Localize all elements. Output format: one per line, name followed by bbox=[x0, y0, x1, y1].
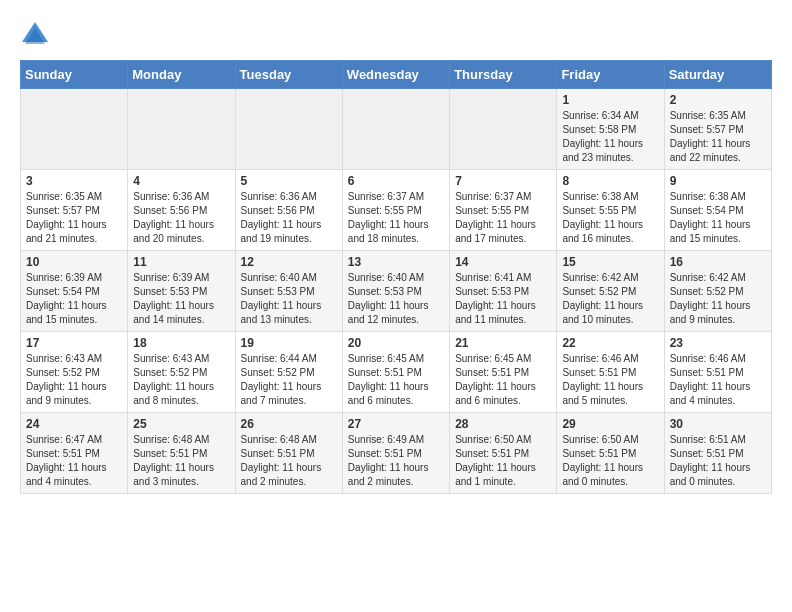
calendar-cell: 30Sunrise: 6:51 AM Sunset: 5:51 PM Dayli… bbox=[664, 413, 771, 494]
calendar-cell: 29Sunrise: 6:50 AM Sunset: 5:51 PM Dayli… bbox=[557, 413, 664, 494]
day-number: 12 bbox=[241, 255, 337, 269]
day-number: 21 bbox=[455, 336, 551, 350]
weekday-row: SundayMondayTuesdayWednesdayThursdayFrid… bbox=[21, 61, 772, 89]
day-info: Sunrise: 6:49 AM Sunset: 5:51 PM Dayligh… bbox=[348, 433, 444, 489]
day-number: 27 bbox=[348, 417, 444, 431]
calendar-cell bbox=[450, 89, 557, 170]
day-info: Sunrise: 6:38 AM Sunset: 5:55 PM Dayligh… bbox=[562, 190, 658, 246]
calendar-cell: 5Sunrise: 6:36 AM Sunset: 5:56 PM Daylig… bbox=[235, 170, 342, 251]
day-number: 5 bbox=[241, 174, 337, 188]
calendar-cell: 19Sunrise: 6:44 AM Sunset: 5:52 PM Dayli… bbox=[235, 332, 342, 413]
calendar-header: SundayMondayTuesdayWednesdayThursdayFrid… bbox=[21, 61, 772, 89]
calendar-cell: 11Sunrise: 6:39 AM Sunset: 5:53 PM Dayli… bbox=[128, 251, 235, 332]
day-info: Sunrise: 6:35 AM Sunset: 5:57 PM Dayligh… bbox=[670, 109, 766, 165]
day-number: 3 bbox=[26, 174, 122, 188]
calendar-body: 1Sunrise: 6:34 AM Sunset: 5:58 PM Daylig… bbox=[21, 89, 772, 494]
weekday-header-sunday: Sunday bbox=[21, 61, 128, 89]
day-number: 2 bbox=[670, 93, 766, 107]
day-number: 30 bbox=[670, 417, 766, 431]
day-number: 6 bbox=[348, 174, 444, 188]
calendar-table: SundayMondayTuesdayWednesdayThursdayFrid… bbox=[20, 60, 772, 494]
logo-icon bbox=[20, 20, 50, 50]
day-info: Sunrise: 6:43 AM Sunset: 5:52 PM Dayligh… bbox=[26, 352, 122, 408]
day-number: 29 bbox=[562, 417, 658, 431]
week-row-1: 1Sunrise: 6:34 AM Sunset: 5:58 PM Daylig… bbox=[21, 89, 772, 170]
day-info: Sunrise: 6:45 AM Sunset: 5:51 PM Dayligh… bbox=[455, 352, 551, 408]
day-info: Sunrise: 6:42 AM Sunset: 5:52 PM Dayligh… bbox=[562, 271, 658, 327]
day-info: Sunrise: 6:47 AM Sunset: 5:51 PM Dayligh… bbox=[26, 433, 122, 489]
day-info: Sunrise: 6:39 AM Sunset: 5:54 PM Dayligh… bbox=[26, 271, 122, 327]
calendar-cell: 6Sunrise: 6:37 AM Sunset: 5:55 PM Daylig… bbox=[342, 170, 449, 251]
day-number: 19 bbox=[241, 336, 337, 350]
calendar-cell: 24Sunrise: 6:47 AM Sunset: 5:51 PM Dayli… bbox=[21, 413, 128, 494]
day-info: Sunrise: 6:41 AM Sunset: 5:53 PM Dayligh… bbox=[455, 271, 551, 327]
calendar-cell: 22Sunrise: 6:46 AM Sunset: 5:51 PM Dayli… bbox=[557, 332, 664, 413]
day-info: Sunrise: 6:36 AM Sunset: 5:56 PM Dayligh… bbox=[241, 190, 337, 246]
calendar-cell: 8Sunrise: 6:38 AM Sunset: 5:55 PM Daylig… bbox=[557, 170, 664, 251]
calendar-cell: 21Sunrise: 6:45 AM Sunset: 5:51 PM Dayli… bbox=[450, 332, 557, 413]
calendar-cell: 26Sunrise: 6:48 AM Sunset: 5:51 PM Dayli… bbox=[235, 413, 342, 494]
day-info: Sunrise: 6:48 AM Sunset: 5:51 PM Dayligh… bbox=[241, 433, 337, 489]
day-number: 22 bbox=[562, 336, 658, 350]
calendar-cell bbox=[342, 89, 449, 170]
day-info: Sunrise: 6:45 AM Sunset: 5:51 PM Dayligh… bbox=[348, 352, 444, 408]
day-number: 17 bbox=[26, 336, 122, 350]
day-info: Sunrise: 6:51 AM Sunset: 5:51 PM Dayligh… bbox=[670, 433, 766, 489]
day-info: Sunrise: 6:35 AM Sunset: 5:57 PM Dayligh… bbox=[26, 190, 122, 246]
calendar-cell bbox=[128, 89, 235, 170]
calendar-cell: 15Sunrise: 6:42 AM Sunset: 5:52 PM Dayli… bbox=[557, 251, 664, 332]
day-info: Sunrise: 6:37 AM Sunset: 5:55 PM Dayligh… bbox=[455, 190, 551, 246]
calendar-cell: 1Sunrise: 6:34 AM Sunset: 5:58 PM Daylig… bbox=[557, 89, 664, 170]
day-number: 13 bbox=[348, 255, 444, 269]
day-info: Sunrise: 6:50 AM Sunset: 5:51 PM Dayligh… bbox=[455, 433, 551, 489]
calendar-cell: 7Sunrise: 6:37 AM Sunset: 5:55 PM Daylig… bbox=[450, 170, 557, 251]
day-number: 25 bbox=[133, 417, 229, 431]
calendar-cell: 9Sunrise: 6:38 AM Sunset: 5:54 PM Daylig… bbox=[664, 170, 771, 251]
day-number: 4 bbox=[133, 174, 229, 188]
day-info: Sunrise: 6:36 AM Sunset: 5:56 PM Dayligh… bbox=[133, 190, 229, 246]
calendar-cell bbox=[21, 89, 128, 170]
day-info: Sunrise: 6:40 AM Sunset: 5:53 PM Dayligh… bbox=[348, 271, 444, 327]
day-info: Sunrise: 6:34 AM Sunset: 5:58 PM Dayligh… bbox=[562, 109, 658, 165]
calendar-cell: 23Sunrise: 6:46 AM Sunset: 5:51 PM Dayli… bbox=[664, 332, 771, 413]
day-number: 8 bbox=[562, 174, 658, 188]
day-number: 14 bbox=[455, 255, 551, 269]
week-row-5: 24Sunrise: 6:47 AM Sunset: 5:51 PM Dayli… bbox=[21, 413, 772, 494]
day-number: 23 bbox=[670, 336, 766, 350]
day-number: 7 bbox=[455, 174, 551, 188]
day-info: Sunrise: 6:50 AM Sunset: 5:51 PM Dayligh… bbox=[562, 433, 658, 489]
calendar-cell: 18Sunrise: 6:43 AM Sunset: 5:52 PM Dayli… bbox=[128, 332, 235, 413]
calendar-cell: 27Sunrise: 6:49 AM Sunset: 5:51 PM Dayli… bbox=[342, 413, 449, 494]
day-number: 10 bbox=[26, 255, 122, 269]
day-number: 1 bbox=[562, 93, 658, 107]
day-number: 24 bbox=[26, 417, 122, 431]
day-info: Sunrise: 6:37 AM Sunset: 5:55 PM Dayligh… bbox=[348, 190, 444, 246]
calendar-cell: 13Sunrise: 6:40 AM Sunset: 5:53 PM Dayli… bbox=[342, 251, 449, 332]
calendar-cell bbox=[235, 89, 342, 170]
day-number: 16 bbox=[670, 255, 766, 269]
day-info: Sunrise: 6:48 AM Sunset: 5:51 PM Dayligh… bbox=[133, 433, 229, 489]
calendar-cell: 25Sunrise: 6:48 AM Sunset: 5:51 PM Dayli… bbox=[128, 413, 235, 494]
day-info: Sunrise: 6:42 AM Sunset: 5:52 PM Dayligh… bbox=[670, 271, 766, 327]
weekday-header-friday: Friday bbox=[557, 61, 664, 89]
day-number: 20 bbox=[348, 336, 444, 350]
weekday-header-saturday: Saturday bbox=[664, 61, 771, 89]
calendar-cell: 4Sunrise: 6:36 AM Sunset: 5:56 PM Daylig… bbox=[128, 170, 235, 251]
weekday-header-monday: Monday bbox=[128, 61, 235, 89]
weekday-header-tuesday: Tuesday bbox=[235, 61, 342, 89]
day-info: Sunrise: 6:44 AM Sunset: 5:52 PM Dayligh… bbox=[241, 352, 337, 408]
day-info: Sunrise: 6:46 AM Sunset: 5:51 PM Dayligh… bbox=[562, 352, 658, 408]
calendar-cell: 17Sunrise: 6:43 AM Sunset: 5:52 PM Dayli… bbox=[21, 332, 128, 413]
calendar-cell: 10Sunrise: 6:39 AM Sunset: 5:54 PM Dayli… bbox=[21, 251, 128, 332]
day-info: Sunrise: 6:40 AM Sunset: 5:53 PM Dayligh… bbox=[241, 271, 337, 327]
calendar-cell: 16Sunrise: 6:42 AM Sunset: 5:52 PM Dayli… bbox=[664, 251, 771, 332]
day-info: Sunrise: 6:43 AM Sunset: 5:52 PM Dayligh… bbox=[133, 352, 229, 408]
day-info: Sunrise: 6:39 AM Sunset: 5:53 PM Dayligh… bbox=[133, 271, 229, 327]
calendar-cell: 12Sunrise: 6:40 AM Sunset: 5:53 PM Dayli… bbox=[235, 251, 342, 332]
day-number: 26 bbox=[241, 417, 337, 431]
week-row-3: 10Sunrise: 6:39 AM Sunset: 5:54 PM Dayli… bbox=[21, 251, 772, 332]
day-number: 18 bbox=[133, 336, 229, 350]
weekday-header-thursday: Thursday bbox=[450, 61, 557, 89]
day-info: Sunrise: 6:46 AM Sunset: 5:51 PM Dayligh… bbox=[670, 352, 766, 408]
week-row-4: 17Sunrise: 6:43 AM Sunset: 5:52 PM Dayli… bbox=[21, 332, 772, 413]
